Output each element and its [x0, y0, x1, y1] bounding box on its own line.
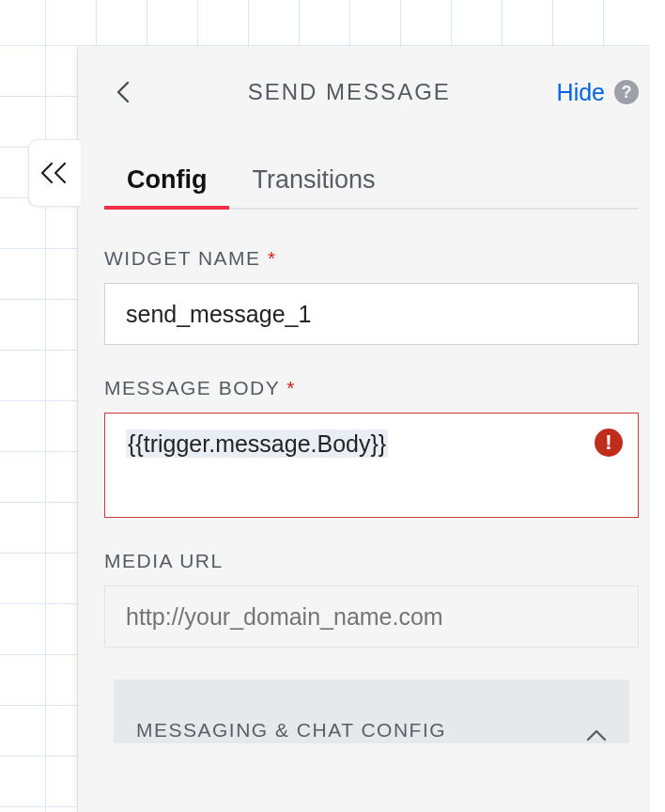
error-icon: !	[595, 429, 623, 457]
widget-config-panel: SEND MESSAGE Hide ? Config Transitions W…	[77, 47, 665, 812]
widget-name-label-text: WIDGET NAME	[104, 247, 261, 269]
widget-name-label: WIDGET NAME *	[104, 247, 639, 270]
panel-header: SEND MESSAGE Hide ?	[78, 47, 665, 137]
tab-bar: Config Transitions	[104, 165, 639, 210]
panel-title: SEND MESSAGE	[142, 79, 557, 105]
accordion-title: MESSAGING & CHAT CONFIG	[136, 719, 446, 742]
message-body-input[interactable]: {{trigger.message.Body}} !	[104, 413, 639, 518]
media-url-label: MEDIA URL	[104, 550, 639, 572]
message-body-label-text: MESSAGE BODY	[104, 377, 280, 398]
messaging-chat-config-accordion[interactable]: MESSAGING & CHAT CONFIG	[114, 679, 629, 743]
help-icon[interactable]: ?	[614, 80, 639, 104]
chevron-up-icon	[586, 728, 607, 742]
media-url-input[interactable]	[104, 586, 639, 648]
back-button[interactable]	[104, 73, 142, 111]
field-media-url: MEDIA URL	[104, 550, 639, 648]
right-edge	[650, 0, 665, 812]
tab-config[interactable]: Config	[104, 165, 229, 208]
hide-link[interactable]: Hide	[557, 79, 605, 106]
chevron-left-icon	[116, 81, 130, 103]
collapse-panel-button[interactable]	[28, 139, 81, 207]
widget-name-input[interactable]	[104, 283, 639, 345]
required-mark-icon: *	[286, 377, 296, 398]
required-mark-icon: *	[268, 247, 277, 269]
double-chevron-left-icon	[40, 160, 70, 186]
message-body-value: {{trigger.message.Body}}	[126, 429, 388, 458]
config-form: WIDGET NAME * MESSAGE BODY * {{trigger.m…	[78, 210, 665, 743]
field-widget-name: WIDGET NAME *	[104, 247, 639, 345]
message-body-label: MESSAGE BODY *	[104, 377, 639, 399]
field-message-body: MESSAGE BODY * {{trigger.message.Body}} …	[104, 377, 639, 518]
tab-transitions[interactable]: Transitions	[229, 165, 397, 208]
